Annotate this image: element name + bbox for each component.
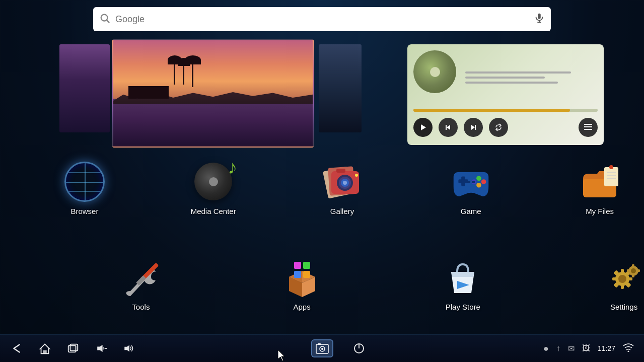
music-note-icon: ♪ <box>413 50 456 93</box>
svg-rect-51 <box>612 277 617 280</box>
app-play-store[interactable]: Play Store <box>427 252 498 315</box>
svg-point-27 <box>476 182 481 187</box>
svg-marker-8 <box>471 125 475 130</box>
svg-rect-7 <box>446 125 447 130</box>
svg-rect-23 <box>461 176 465 186</box>
search-bar <box>93 7 551 31</box>
clock-display: 11:27 <box>598 344 615 352</box>
app-my-files-label: My Files <box>586 207 614 215</box>
svg-marker-6 <box>447 125 450 130</box>
svg-rect-44 <box>294 271 301 278</box>
signal-icon: ↑ <box>556 344 560 353</box>
music-progress-fill <box>413 109 570 112</box>
app-play-store-label: Play Store <box>446 303 480 311</box>
apps-row2: Tools Apps <box>60 252 644 315</box>
svg-point-48 <box>618 275 626 283</box>
search-icon <box>99 13 110 26</box>
svg-point-58 <box>631 268 636 273</box>
status-circle-icon: ● <box>543 343 549 354</box>
volume-down-button[interactable] <box>95 342 108 355</box>
svg-rect-11 <box>584 126 592 127</box>
svg-point-20 <box>343 181 347 185</box>
message-icon: ✉ <box>568 344 575 353</box>
app-gallery[interactable]: Gallery <box>307 156 377 220</box>
playlist-button[interactable] <box>579 118 598 137</box>
app-media-center[interactable]: ♪ Media Center <box>178 156 249 220</box>
svg-rect-72 <box>318 343 321 345</box>
svg-point-24 <box>476 176 481 181</box>
app-apps[interactable]: Apps <box>267 252 337 315</box>
svg-rect-63 <box>43 350 46 354</box>
rewind-button[interactable] <box>439 118 458 137</box>
photo-right <box>319 44 362 132</box>
svg-rect-29 <box>472 181 475 183</box>
recents-button[interactable] <box>66 342 80 355</box>
svg-rect-16 <box>336 169 345 173</box>
svg-line-1 <box>107 20 109 23</box>
svg-point-21 <box>355 174 358 177</box>
apps-row1: Browser ♪ Media Center <box>20 156 644 220</box>
app-browser-label: Browser <box>70 207 98 215</box>
svg-rect-31 <box>604 167 618 186</box>
app-settings[interactable]: Settings <box>589 252 644 315</box>
volume-up-button[interactable] <box>123 342 136 355</box>
mic-icon[interactable] <box>534 13 545 26</box>
photo-gallery-widget[interactable] <box>59 39 362 150</box>
app-game-label: Game <box>461 207 481 215</box>
photo-main[interactable] <box>112 39 314 148</box>
svg-point-75 <box>628 351 629 352</box>
screenshot-button[interactable] <box>311 339 333 357</box>
photos-icon: 🖼 <box>582 344 590 353</box>
svg-rect-9 <box>475 125 476 130</box>
svg-rect-60 <box>632 274 634 277</box>
music-info <box>461 50 598 105</box>
back-button[interactable] <box>10 342 23 355</box>
svg-marker-66 <box>97 345 102 352</box>
power-button[interactable] <box>352 342 366 355</box>
music-controls <box>413 116 598 139</box>
music-player-widget: ♪ <box>407 44 604 145</box>
svg-rect-61 <box>627 269 630 272</box>
svg-point-35 <box>609 165 613 169</box>
app-gallery-label: Gallery <box>330 207 354 215</box>
repeat-button[interactable] <box>489 118 508 137</box>
svg-rect-42 <box>294 262 301 269</box>
play-button[interactable] <box>413 118 433 137</box>
taskbar-left <box>10 342 136 355</box>
album-art: ♪ <box>413 50 456 93</box>
app-apps-label: Apps <box>294 303 311 311</box>
search-input[interactable] <box>115 14 529 25</box>
app-tools-label: Tools <box>132 303 150 311</box>
wifi-icon <box>623 343 634 354</box>
home-button[interactable] <box>38 342 51 355</box>
svg-rect-49 <box>621 269 624 274</box>
music-progress-bar[interactable] <box>413 109 598 112</box>
app-media-center-label: Media Center <box>191 207 236 215</box>
app-tools[interactable]: Tools <box>106 252 176 315</box>
svg-marker-5 <box>421 124 426 130</box>
svg-rect-59 <box>632 264 634 268</box>
svg-rect-45 <box>303 271 310 278</box>
svg-rect-2 <box>538 14 541 19</box>
photo-left <box>59 44 110 132</box>
svg-rect-43 <box>303 262 310 269</box>
svg-rect-12 <box>584 129 592 130</box>
svg-point-25 <box>481 179 486 184</box>
app-browser[interactable]: Browser <box>49 156 120 220</box>
app-my-files[interactable]: My Files <box>564 156 635 220</box>
fast-forward-button[interactable] <box>464 118 483 137</box>
svg-point-0 <box>101 15 108 21</box>
taskbar: ● ↑ ✉ 🖼 11:27 <box>0 334 644 362</box>
app-settings-label: Settings <box>610 303 637 311</box>
svg-point-71 <box>321 348 323 350</box>
svg-rect-65 <box>70 344 78 351</box>
svg-rect-50 <box>621 284 624 289</box>
svg-rect-62 <box>636 269 640 272</box>
svg-rect-28 <box>467 181 470 183</box>
app-game[interactable]: Game <box>436 156 506 220</box>
svg-rect-10 <box>584 124 592 125</box>
taskbar-right: ● ↑ ✉ 🖼 11:27 <box>543 343 634 354</box>
svg-rect-52 <box>627 277 632 280</box>
svg-marker-68 <box>124 345 129 352</box>
